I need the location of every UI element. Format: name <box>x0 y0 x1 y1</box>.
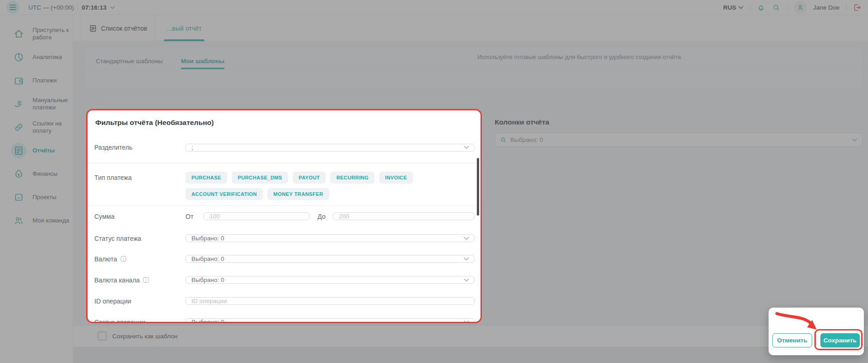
payment-status-select[interactable]: Выбрано: 0 <box>186 234 475 242</box>
app-window: UTC — (+00:00) 07:16:13 RUS <box>0 0 868 363</box>
payment-type-chip[interactable]: ACCOUNT VERIFICATION <box>186 188 263 200</box>
payment-status-label: Статус платежа <box>94 235 186 242</box>
currency-label: Валюта <box>94 255 117 263</box>
info-icon[interactable] <box>120 256 126 262</box>
chevron-down-icon <box>464 320 469 323</box>
operation-id-input[interactable] <box>186 297 475 305</box>
operation-status-label: Статус операции <box>94 319 186 324</box>
separator-label: Разделитель <box>94 144 186 151</box>
amount-to-input[interactable] <box>333 212 475 220</box>
filters-panel: Фильтры отчёта (Необязательно) Разделите… <box>86 109 482 323</box>
payment-type-label: Тип платежа <box>94 174 186 181</box>
currency-select[interactable]: Выбрано: 0 <box>186 255 475 263</box>
annotation-arrow <box>772 309 823 332</box>
save-button[interactable]: Сохранить <box>820 333 860 347</box>
payment-type-chip[interactable]: INVOICE <box>379 172 413 184</box>
chevron-down-icon <box>464 237 469 240</box>
amount-to-word: До <box>317 213 325 220</box>
filters-scrollbar[interactable] <box>477 158 479 216</box>
chevron-down-icon <box>464 257 469 260</box>
chevron-down-icon <box>464 146 469 149</box>
chevron-down-icon <box>464 278 469 282</box>
amount-from-word: От <box>186 213 193 220</box>
operation-id-label: ID операции <box>94 298 186 305</box>
cancel-button[interactable]: Отменить <box>772 333 812 347</box>
payment-type-chip[interactable]: PAYOUT <box>293 172 326 184</box>
info-icon[interactable] <box>143 277 149 283</box>
separator-value: ; <box>191 144 193 151</box>
payment-type-chips-row2: ACCOUNT VERIFICATIONMONEY TRANSFER <box>186 188 329 200</box>
spotlight-card: Отменить Сохранить <box>769 308 864 355</box>
payment-type-chip[interactable]: MONEY TRANSFER <box>267 188 329 200</box>
payment-type-chip[interactable]: RECURRING <box>330 172 374 184</box>
amount-from-input[interactable] <box>203 212 310 220</box>
payment-type-chip[interactable]: PURCHASE_DMS <box>232 172 288 184</box>
separator-select[interactable]: ; <box>186 144 475 152</box>
payment-type-chip[interactable]: PURCHASE <box>186 172 227 184</box>
channel-currency-select[interactable]: Выбрано: 0 <box>186 276 475 284</box>
amount-label: Сумма <box>94 213 186 220</box>
channel-currency-label: Валюта канала <box>94 276 140 284</box>
operation-status-select[interactable]: Выбрано: 0 <box>186 318 475 323</box>
filters-title: Фильтры отчёта (Необязательно) <box>95 119 214 127</box>
payment-type-chips-row1: PURCHASEPURCHASE_DMSPAYOUTRECURRINGINVOI… <box>186 172 413 184</box>
